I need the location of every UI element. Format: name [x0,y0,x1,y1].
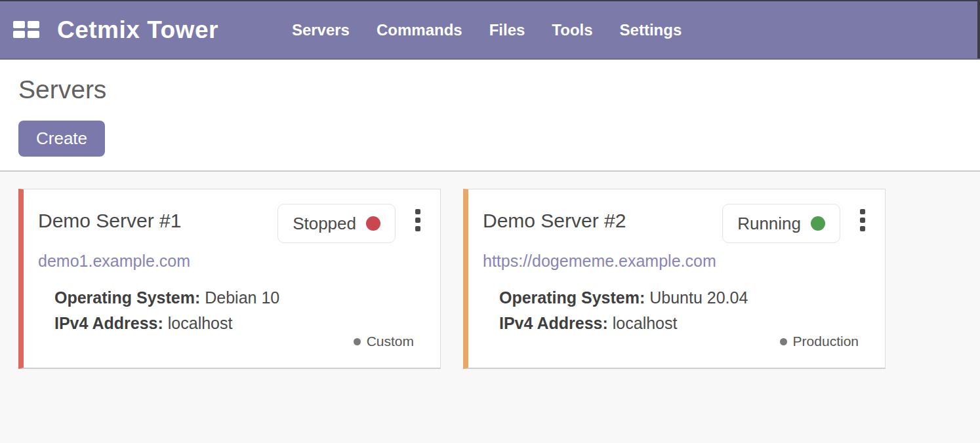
card-header: Demo Server #2 Running [483,204,868,243]
main-menu: Servers Commands Files Tools Settings [292,21,682,39]
server-name: Demo Server #2 [483,210,626,232]
tag-label: Production [793,334,859,349]
kebab-menu-icon[interactable] [413,206,423,234]
page-title: Servers [18,60,980,104]
tag-label: Custom [367,334,414,349]
field-label: IPv4 Address: [499,314,608,332]
top-navbar: Cetmix Tower Servers Commands Files Tool… [0,1,980,60]
detail-row-ip: IPv4 Address: localhost [54,311,423,336]
kebab-menu-icon[interactable] [857,206,868,234]
field-value: Ubuntu 20.04 [649,288,748,307]
server-details: Operating System: Ubuntu 20.04 IPv4 Addr… [499,285,868,336]
server-details: Operating System: Debian 10 IPv4 Address… [54,285,423,336]
nav-item-files[interactable]: Files [489,21,525,39]
field-label: IPv4 Address: [54,314,163,332]
field-value: Debian 10 [205,288,279,307]
detail-row-ip: IPv4 Address: localhost [499,311,868,336]
status-label: Stopped [293,214,356,234]
server-card-demo-2[interactable]: Demo Server #2 Running https://dogememe.… [463,189,886,369]
card-header: Demo Server #1 Stopped [38,204,423,243]
field-label: Operating System: [499,288,645,307]
status-button[interactable]: Running [722,204,840,243]
server-tag: Production [780,334,859,349]
page-header: Servers Create [0,60,980,172]
kanban-view: Demo Server #1 Stopped demo1.example.com… [0,172,980,369]
field-label: Operating System: [54,288,200,307]
status-dot-icon [811,216,825,231]
field-value: localhost [168,314,233,332]
status-dot-icon [366,216,380,231]
nav-item-settings[interactable]: Settings [620,21,682,39]
status-label: Running [737,214,801,234]
tag-dot-icon [780,338,787,345]
nav-item-tools[interactable]: Tools [552,21,592,39]
status-button[interactable]: Stopped [277,204,396,243]
server-url-link[interactable]: demo1.example.com [38,252,190,271]
server-card-demo-1[interactable]: Demo Server #1 Stopped demo1.example.com… [18,189,441,369]
server-url-link[interactable]: https://dogememe.example.com [483,252,716,271]
brand-title[interactable]: Cetmix Tower [57,16,218,44]
apps-grid-icon[interactable] [13,21,39,39]
create-button[interactable]: Create [18,121,105,157]
detail-row-os: Operating System: Ubuntu 20.04 [499,285,868,311]
detail-row-os: Operating System: Debian 10 [54,285,423,311]
nav-item-commands[interactable]: Commands [377,21,462,39]
field-value: localhost [613,314,678,332]
nav-item-servers[interactable]: Servers [292,21,350,39]
server-tag: Custom [354,334,414,349]
tag-dot-icon [354,338,361,345]
server-name: Demo Server #1 [38,210,181,232]
